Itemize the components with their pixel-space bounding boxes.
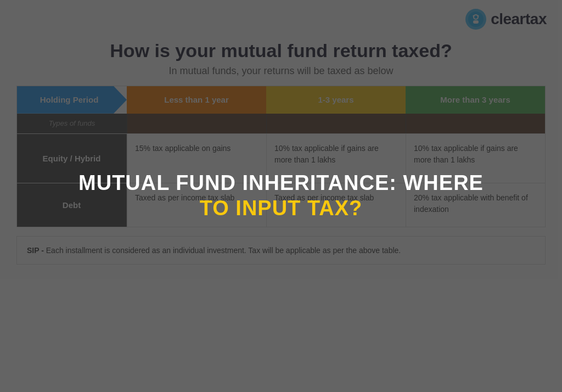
overlay-line1: MUTUAL FUND INHERITANCE: WHERE: [78, 171, 484, 196]
overlay: MUTUAL FUND INHERITANCE: WHERE TO INPUT …: [0, 0, 562, 392]
overlay-line2: TO INPUT TAX?: [78, 196, 484, 221]
overlay-text: MUTUAL FUND INHERITANCE: WHERE TO INPUT …: [78, 171, 484, 221]
